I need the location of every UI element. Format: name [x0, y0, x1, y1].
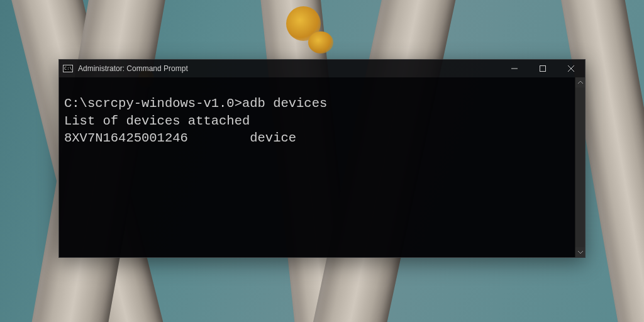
- window-title: Administrator: Command Prompt: [77, 64, 188, 73]
- vertical-scrollbar[interactable]: [575, 77, 585, 257]
- minimize-button[interactable]: [500, 60, 528, 77]
- chevron-up-icon: [578, 80, 583, 85]
- scroll-down-button[interactable]: [575, 247, 585, 257]
- terminal-output[interactable]: C:\scrcpy-windows-v1.0>adb devices List …: [59, 77, 575, 257]
- minimize-icon: [511, 65, 518, 72]
- maximize-button[interactable]: [528, 60, 557, 77]
- terminal-body[interactable]: C:\scrcpy-windows-v1.0>adb devices List …: [59, 77, 585, 257]
- close-button[interactable]: [557, 60, 585, 77]
- device-status: device: [250, 131, 296, 145]
- window-controls: [500, 60, 585, 77]
- prompt-path: C:\scrcpy-windows-v1.0>: [64, 96, 242, 111]
- output-spacer: [188, 131, 250, 145]
- scroll-up-button[interactable]: [575, 77, 585, 87]
- close-icon: [568, 65, 574, 72]
- entered-command: adb devices: [242, 96, 327, 111]
- window-titlebar[interactable]: C:\ Administrator: Command Prompt: [59, 60, 585, 77]
- wallpaper-lichen: [308, 31, 333, 53]
- output-header: List of devices attached: [64, 114, 250, 128]
- device-id: 8XV7N16425001246: [64, 131, 188, 145]
- maximize-icon: [540, 65, 546, 72]
- svg-rect-0: [540, 66, 545, 72]
- command-prompt-window[interactable]: C:\ Administrator: Command Prompt C:\scr…: [58, 59, 586, 258]
- cmd-icon: C:\: [63, 65, 73, 72]
- window-icon: C:\: [59, 60, 77, 77]
- chevron-down-icon: [578, 250, 583, 255]
